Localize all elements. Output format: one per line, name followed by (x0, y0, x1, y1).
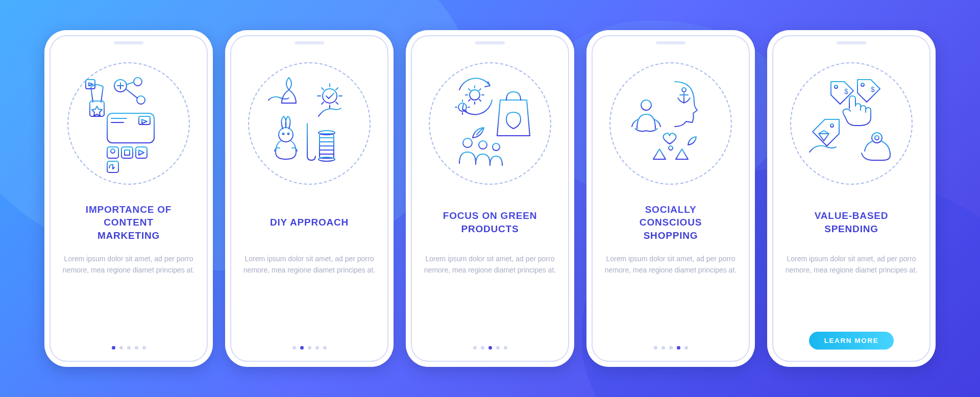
socially-conscious-icon (620, 72, 722, 175)
content-marketing-icon (78, 72, 180, 175)
illustration (246, 60, 373, 187)
value-spending-icon: $ $ (800, 72, 902, 175)
diy-icon (258, 72, 360, 175)
card-body: Lorem ipsum dolor sit amet, ad per porro… (62, 254, 195, 276)
onboarding-card: SOCIALLY CONSCIOUS SHOPPING Lorem ipsum … (586, 30, 755, 367)
illustration (607, 60, 734, 187)
page-dots[interactable] (473, 346, 507, 350)
green-products-icon (439, 72, 541, 175)
illustration: $ $ (788, 60, 915, 187)
dot[interactable] (127, 346, 131, 350)
card-title: SOCIALLY CONSCIOUS SHOPPING (640, 203, 702, 242)
learn-more-button[interactable]: LEARN MORE (809, 332, 894, 350)
card-body: Lorem ipsum dolor sit amet, ad per porro… (604, 254, 737, 276)
card-body: Lorem ipsum dolor sit amet, ad per porro… (243, 254, 376, 276)
svg-point-29 (861, 83, 864, 86)
dot[interactable] (300, 346, 304, 350)
page-dots[interactable] (654, 346, 688, 350)
card-title: DIY APPROACH (270, 203, 349, 242)
svg-point-12 (323, 89, 337, 103)
dot[interactable] (504, 346, 507, 350)
svg-point-3 (134, 78, 142, 86)
dot[interactable] (669, 346, 673, 350)
dot[interactable] (142, 346, 146, 350)
svg-rect-9 (121, 147, 133, 158)
dot[interactable] (473, 346, 477, 350)
svg-point-13 (279, 128, 293, 142)
onboarding-card: IMPORTANCE OF CONTENT MARKETING Lorem ip… (44, 30, 213, 367)
svg-rect-10 (136, 147, 147, 158)
svg-point-31 (830, 124, 834, 127)
svg-point-32 (872, 133, 882, 143)
card-body: Lorem ipsum dolor sit amet, ad per porro… (424, 254, 556, 276)
svg-point-33 (875, 136, 879, 140)
illustration (65, 60, 192, 187)
onboarding-card: FOCUS ON GREEN PRODUCTS Lorem ipsum dolo… (406, 30, 574, 367)
dot[interactable] (662, 346, 665, 350)
card-title: IMPORTANCE OF CONTENT MARKETING (86, 203, 172, 242)
dot[interactable] (481, 346, 484, 350)
onboarding-card: $ $ (767, 30, 936, 367)
svg-point-14 (283, 133, 284, 135)
svg-point-25 (641, 100, 651, 110)
dot[interactable] (488, 346, 492, 350)
page-dots[interactable] (112, 346, 146, 350)
svg-point-21 (463, 138, 472, 147)
svg-point-23 (493, 143, 500, 151)
dot[interactable] (112, 346, 115, 350)
card-body: Lorem ipsum dolor sit amet, ad per porro… (785, 254, 918, 276)
svg-point-4 (137, 96, 145, 104)
dot[interactable] (654, 346, 657, 350)
svg-point-24 (682, 88, 686, 92)
dot[interactable] (323, 346, 327, 350)
illustration (426, 60, 554, 187)
onboarding-card: DIY APPROACH Lorem ipsum dolor sit amet,… (225, 30, 394, 367)
dot[interactable] (677, 346, 680, 350)
svg-point-27 (835, 85, 838, 88)
svg-point-8 (111, 149, 115, 153)
dot[interactable] (308, 346, 311, 350)
onboarding-phone-row: IMPORTANCE OF CONTENT MARKETING Lorem ip… (44, 30, 936, 367)
page-dots[interactable] (292, 346, 327, 350)
svg-point-19 (470, 90, 480, 100)
card-title: FOCUS ON GREEN PRODUCTS (443, 203, 537, 242)
svg-text:$: $ (844, 87, 848, 95)
dot[interactable] (496, 346, 500, 350)
card-title: VALUE-BASED SPENDING (815, 203, 889, 242)
svg-rect-5 (107, 113, 154, 143)
svg-point-15 (288, 133, 289, 135)
dot[interactable] (684, 346, 688, 350)
dot[interactable] (292, 346, 296, 350)
dot[interactable] (135, 346, 138, 350)
dot[interactable] (119, 346, 123, 350)
svg-rect-1 (86, 80, 95, 89)
svg-text:$: $ (871, 85, 875, 93)
dot[interactable] (315, 346, 319, 350)
svg-point-22 (479, 141, 487, 149)
